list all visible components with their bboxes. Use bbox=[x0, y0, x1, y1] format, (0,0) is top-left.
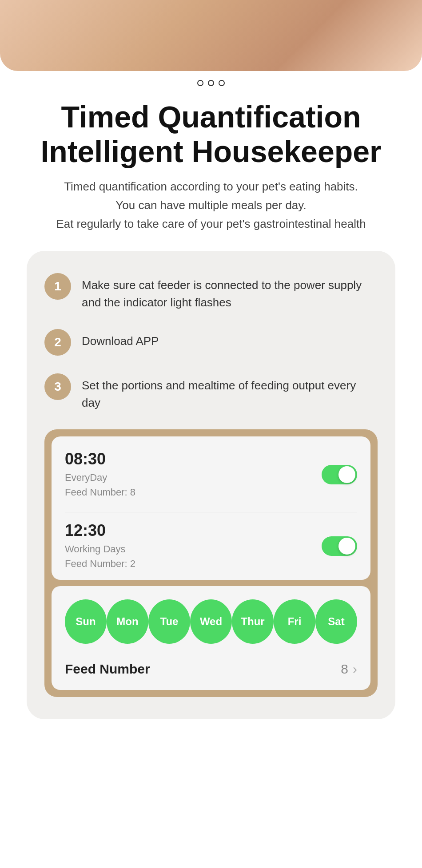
title-line1: Timed Quantification bbox=[61, 100, 361, 134]
step-text-3: Set the portions and mealtime of feeding… bbox=[82, 373, 378, 412]
schedule-entry-1: 08:30 EveryDay Feed Number: 8 bbox=[65, 450, 135, 499]
step-number-1: 1 bbox=[44, 273, 71, 300]
day-wed[interactable]: Wed bbox=[190, 599, 232, 644]
schedule-outer: 08:30 EveryDay Feed Number: 8 12:30 Work… bbox=[44, 429, 378, 697]
toggle-knob-1 bbox=[338, 466, 355, 483]
toggle-2[interactable] bbox=[322, 536, 357, 556]
step-item-1: 1 Make sure cat feeder is connected to t… bbox=[44, 273, 378, 311]
days-row: Sun Mon Tue Wed Thur Fri Sat bbox=[65, 599, 357, 644]
day-fri[interactable]: Fri bbox=[274, 599, 315, 644]
feed-number-value-group: 8 › bbox=[341, 662, 357, 677]
day-tue[interactable]: Tue bbox=[148, 599, 190, 644]
schedule-inner: 08:30 EveryDay Feed Number: 8 12:30 Work… bbox=[52, 436, 370, 580]
schedule-entry-2: 12:30 Working Days Feed Number: 2 bbox=[65, 521, 135, 571]
subtitle-line2: You can have multiple meals per day. bbox=[115, 198, 306, 212]
toggle-1[interactable] bbox=[322, 465, 357, 484]
hero-image bbox=[0, 0, 422, 71]
days-card: Sun Mon Tue Wed Thur Fri Sat bbox=[52, 586, 370, 690]
pagination-dots bbox=[0, 80, 422, 86]
chevron-right-icon: › bbox=[353, 662, 357, 677]
subtitle-line3: Eat regularly to take care of your pet's… bbox=[56, 217, 366, 230]
schedule-row-2: 12:30 Working Days Feed Number: 2 bbox=[65, 512, 357, 571]
schedule-time-1: 08:30 bbox=[65, 450, 135, 468]
feed-number-val: 8 bbox=[341, 662, 348, 677]
dot-3[interactable] bbox=[219, 80, 225, 86]
step-item-3: 3 Set the portions and mealtime of feedi… bbox=[44, 373, 378, 412]
toggle-knob-2 bbox=[338, 538, 355, 555]
schedule-row-1: 08:30 EveryDay Feed Number: 8 bbox=[65, 450, 357, 510]
main-card: 1 Make sure cat feeder is connected to t… bbox=[27, 251, 395, 719]
steps-list: 1 Make sure cat feeder is connected to t… bbox=[44, 273, 378, 412]
dot-1[interactable] bbox=[197, 80, 203, 86]
day-sun[interactable]: Sun bbox=[65, 599, 107, 644]
schedule-repeat-1: EveryDay Feed Number: 8 bbox=[65, 470, 135, 499]
step-number-2: 2 bbox=[44, 329, 71, 356]
day-sat[interactable]: Sat bbox=[315, 599, 357, 644]
day-mon[interactable]: Mon bbox=[107, 599, 148, 644]
day-thur[interactable]: Thur bbox=[232, 599, 274, 644]
schedule-time-2: 12:30 bbox=[65, 521, 135, 540]
feed-number-label: Feed Number bbox=[65, 662, 150, 677]
subtitle-line1: Timed quantification according to your p… bbox=[64, 180, 358, 193]
step-item-2: 2 Download APP bbox=[44, 329, 378, 356]
subtitle: Timed quantification according to your p… bbox=[0, 178, 422, 246]
schedule-repeat-2: Working Days Feed Number: 2 bbox=[65, 542, 135, 571]
dot-2[interactable] bbox=[208, 80, 214, 86]
feed-number-row[interactable]: Feed Number 8 › bbox=[65, 657, 357, 677]
step-number-3: 3 bbox=[44, 373, 71, 400]
step-text-1: Make sure cat feeder is connected to the… bbox=[82, 273, 378, 311]
page-title: Timed Quantification Intelligent Houseke… bbox=[0, 95, 422, 178]
step-text-2: Download APP bbox=[82, 329, 159, 350]
title-line2: Intelligent Housekeeper bbox=[40, 135, 381, 168]
